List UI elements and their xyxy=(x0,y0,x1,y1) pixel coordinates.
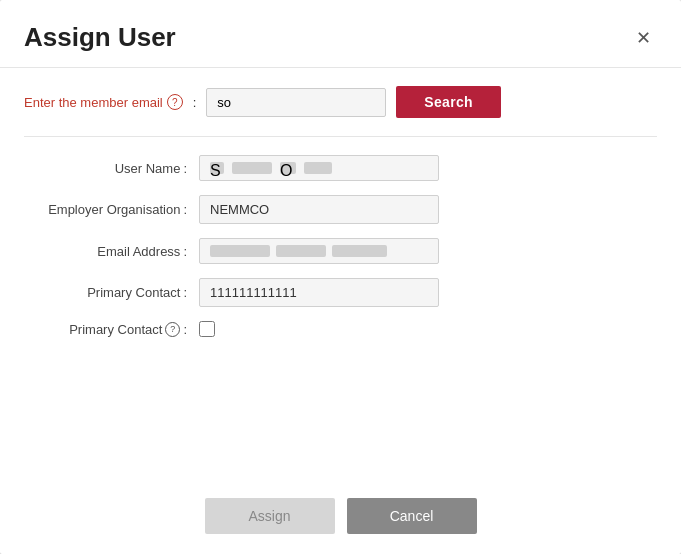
modal-body: Enter the member email ? : Search User N… xyxy=(0,68,681,486)
cancel-button[interactable]: Cancel xyxy=(347,498,477,534)
close-button[interactable]: ✕ xyxy=(630,27,657,49)
primary-contact-help-icon[interactable]: ? xyxy=(165,322,180,337)
username-last-initial: O xyxy=(280,162,296,174)
search-row: Enter the member email ? : Search xyxy=(24,86,657,137)
username-field: S O xyxy=(199,155,439,181)
assign-user-modal: Assign User ✕ Enter the member email ? :… xyxy=(0,0,681,554)
username-blurred xyxy=(232,162,272,174)
employer-label: Employer Organisation : xyxy=(24,202,199,217)
email-blurred-1 xyxy=(210,245,270,257)
email-search-label: Enter the member email ? xyxy=(24,94,183,110)
email-blurred-3 xyxy=(332,245,387,257)
employer-row: Employer Organisation : xyxy=(24,195,657,224)
modal-header: Assign User ✕ xyxy=(0,0,681,68)
modal-overlay: Assign User ✕ Enter the member email ? :… xyxy=(0,0,681,554)
search-label-colon: : xyxy=(193,95,197,110)
email-row: Email Address : xyxy=(24,238,657,264)
primary-contact-phone-row: Primary Contact : xyxy=(24,278,657,307)
primary-contact-checkbox-row: Primary Contact ? : xyxy=(24,321,657,337)
username-row: User Name : S O xyxy=(24,155,657,181)
email-search-input[interactable] xyxy=(206,88,386,117)
primary-contact-checkbox[interactable] xyxy=(199,321,215,337)
employer-input[interactable] xyxy=(199,195,439,224)
primary-contact-phone-label: Primary Contact : xyxy=(24,285,199,300)
username-label: User Name : xyxy=(24,161,199,176)
modal-footer: Assign Cancel xyxy=(0,486,681,554)
help-icon[interactable]: ? xyxy=(167,94,183,110)
assign-button[interactable]: Assign xyxy=(205,498,335,534)
modal-title: Assign User xyxy=(24,22,176,53)
username-last-blurred xyxy=(304,162,332,174)
primary-contact-phone-input[interactable] xyxy=(199,278,439,307)
username-initial: S xyxy=(210,162,224,174)
email-blurred-2 xyxy=(276,245,326,257)
email-label: Email Address : xyxy=(24,244,199,259)
primary-contact-checkbox-label: Primary Contact ? : xyxy=(24,322,199,337)
search-button[interactable]: Search xyxy=(396,86,501,118)
email-field xyxy=(199,238,439,264)
form-fields: User Name : S O Employer Organisation : xyxy=(24,155,657,476)
